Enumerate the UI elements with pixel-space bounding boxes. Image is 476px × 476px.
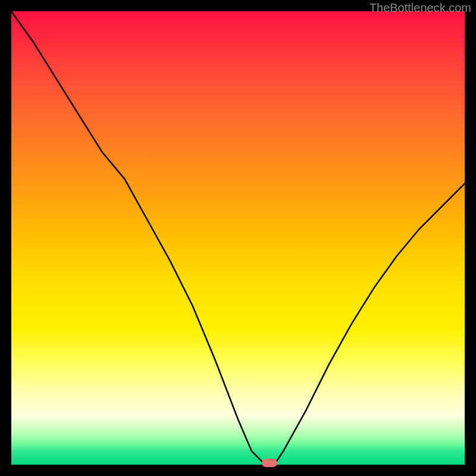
chart-container: TheBottleneck.com	[0, 0, 476, 476]
watermark-text: TheBottleneck.com	[369, 1, 471, 15]
optimum-marker	[262, 459, 277, 467]
plot-area	[11, 11, 465, 465]
bottleneck-curve	[11, 11, 465, 465]
